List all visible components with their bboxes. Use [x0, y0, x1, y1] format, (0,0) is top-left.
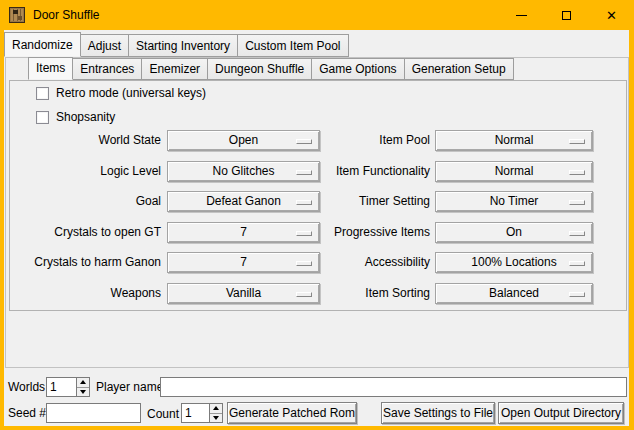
window-title: Door Shuffle: [33, 8, 100, 22]
spin-down-icon[interactable]: [77, 388, 89, 397]
progressive-items-label: Progressive Items: [322, 222, 430, 243]
dropdown-indicator-icon: [296, 261, 312, 266]
dropdown-indicator-icon: [569, 261, 585, 266]
shopsanity-checkbox[interactable]: [36, 111, 49, 124]
spin-down-icon[interactable]: [210, 414, 222, 423]
randomize-sub-tab-bar: Items Entrances Enemizer Dungeon Shuffle…: [28, 57, 513, 80]
window-controls: ✕: [499, 0, 634, 30]
tab-randomize[interactable]: Randomize: [4, 32, 81, 57]
title-bar: Door Shuffle ✕: [0, 0, 634, 30]
tab-starting-inventory[interactable]: Starting Inventory: [128, 34, 238, 57]
item-functionality-dropdown[interactable]: Normal: [435, 161, 593, 182]
player-names-label: Player names: [96, 377, 169, 397]
dropdown-indicator-icon: [569, 139, 585, 144]
dropdown-indicator-icon: [296, 200, 312, 205]
item-pool-label: Item Pool: [322, 130, 430, 151]
logic-level-dropdown[interactable]: No Glitches: [167, 161, 320, 182]
retro-mode-label: Retro mode (universal keys): [56, 86, 206, 100]
count-spinner-arrows: [209, 404, 222, 422]
timer-setting-dropdown[interactable]: No Timer: [435, 191, 593, 212]
item-sorting-value: Balanced: [489, 284, 539, 303]
shopsanity-row: Shopsanity: [36, 110, 115, 124]
player-names-input[interactable]: [160, 377, 627, 397]
progressive-items-value: On: [506, 223, 522, 242]
tab-game-options[interactable]: Game Options: [311, 58, 404, 80]
dropdown-indicator-icon: [296, 231, 312, 236]
logic-level-value: No Glitches: [212, 162, 274, 181]
tab-generation-setup[interactable]: Generation Setup: [404, 58, 514, 80]
seed-label: Seed #: [8, 403, 46, 423]
door-shuffle-window: Door Shuffle ✕ Randomize Adjust Starting…: [0, 0, 634, 430]
goal-value: Defeat Ganon: [206, 192, 281, 211]
maximize-icon[interactable]: [544, 0, 589, 30]
tab-adjust[interactable]: Adjust: [80, 34, 129, 57]
item-pool-value: Normal: [495, 131, 534, 150]
weapons-dropdown[interactable]: Vanilla: [167, 283, 320, 304]
count-value: 1: [185, 404, 192, 422]
dropdown-indicator-icon: [569, 200, 585, 205]
crystals-ganon-value: 7: [240, 253, 247, 272]
open-output-directory-button[interactable]: Open Output Directory: [498, 402, 624, 424]
dropdown-indicator-icon: [296, 292, 312, 297]
seed-input[interactable]: [46, 403, 141, 423]
accessibility-value: 100% Locations: [471, 253, 556, 272]
generate-patched-rom-button[interactable]: Generate Patched Rom: [227, 402, 357, 424]
minimize-icon[interactable]: [499, 0, 544, 30]
accessibility-label: Accessibility: [322, 252, 430, 273]
retro-mode-checkbox[interactable]: [36, 87, 49, 100]
dropdown-indicator-icon: [569, 231, 585, 236]
dropdown-indicator-icon: [296, 139, 312, 144]
dropdown-indicator-icon: [296, 170, 312, 175]
world-state-label: World State: [12, 130, 161, 151]
item-sorting-label: Item Sorting: [322, 283, 430, 304]
dropdown-indicator-icon: [569, 170, 585, 175]
save-settings-button[interactable]: Save Settings to File: [381, 402, 495, 424]
crystals-gt-value: 7: [240, 223, 247, 242]
item-functionality-value: Normal: [495, 162, 534, 181]
count-label: Count: [147, 404, 179, 424]
timer-setting-value: No Timer: [490, 192, 539, 211]
progressive-items-dropdown[interactable]: On: [435, 222, 593, 243]
goal-dropdown[interactable]: Defeat Ganon: [167, 191, 320, 212]
worlds-spinner-arrows: [76, 378, 89, 396]
spin-up-icon[interactable]: [77, 378, 89, 388]
item-pool-dropdown[interactable]: Normal: [435, 130, 593, 151]
close-icon[interactable]: ✕: [589, 0, 634, 30]
crystals-gt-dropdown[interactable]: 7: [167, 222, 320, 243]
crystals-gt-label: Crystals to open GT: [12, 222, 161, 243]
logic-level-label: Logic Level: [12, 161, 161, 182]
world-state-dropdown[interactable]: Open: [167, 130, 320, 151]
tab-items[interactable]: Items: [28, 57, 73, 80]
goal-label: Goal: [12, 191, 161, 212]
worlds-spinner[interactable]: 1: [46, 377, 90, 397]
worlds-value: 1: [50, 378, 57, 396]
timer-setting-label: Timer Setting: [322, 191, 430, 212]
worlds-label: Worlds: [8, 377, 45, 397]
shopsanity-label: Shopsanity: [56, 110, 115, 124]
dropdown-indicator-icon: [569, 292, 585, 297]
tab-custom-item-pool[interactable]: Custom Item Pool: [237, 34, 348, 57]
tab-entrances[interactable]: Entrances: [72, 58, 142, 80]
crystals-ganon-dropdown[interactable]: 7: [167, 252, 320, 273]
main-tab-bar: Randomize Adjust Starting Inventory Cust…: [4, 32, 348, 57]
count-spinner[interactable]: 1: [181, 403, 223, 423]
crystals-ganon-label: Crystals to harm Ganon: [12, 252, 161, 273]
window-border-left: [0, 0, 4, 430]
weapons-label: Weapons: [12, 283, 161, 304]
item-functionality-label: Item Functionality: [322, 161, 430, 182]
item-sorting-dropdown[interactable]: Balanced: [435, 283, 593, 304]
weapons-value: Vanilla: [226, 284, 261, 303]
window-border-bottom: [0, 426, 634, 430]
window-border-right: [629, 0, 634, 430]
door-icon: [9, 7, 25, 23]
retro-mode-row: Retro mode (universal keys): [36, 86, 206, 100]
world-state-value: Open: [229, 131, 258, 150]
tab-enemizer[interactable]: Enemizer: [141, 58, 208, 80]
spin-up-icon[interactable]: [210, 404, 222, 414]
accessibility-dropdown[interactable]: 100% Locations: [435, 252, 593, 273]
tab-dungeon-shuffle[interactable]: Dungeon Shuffle: [207, 58, 312, 80]
